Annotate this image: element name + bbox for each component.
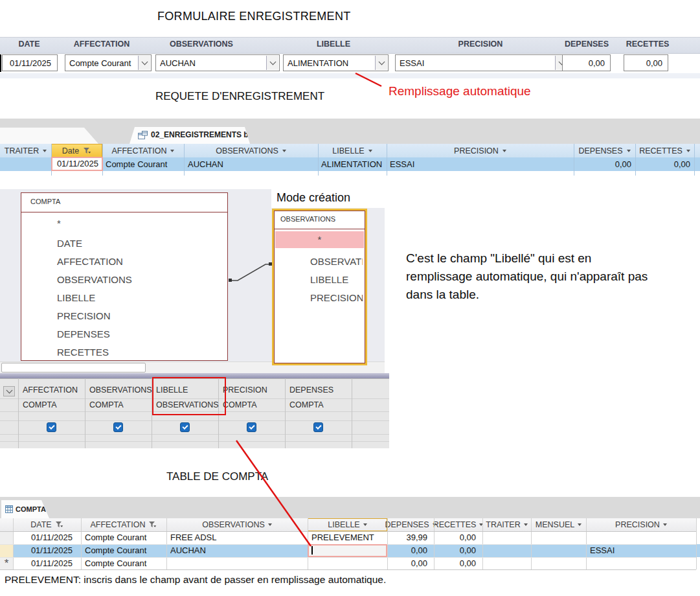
field-list-compta[interactable]: COMPTA * DATE AFFECTATION OBSERVATIONS L…: [21, 192, 228, 361]
query-col-observations[interactable]: OBSERVATIONS: [184, 144, 318, 157]
field-item-observations[interactable]: OBSERVATIONS: [57, 271, 225, 289]
dropdown-icon[interactable]: [170, 150, 174, 152]
libelle-combo[interactable]: ALIMENTATION: [283, 54, 389, 71]
dropdown-icon[interactable]: [663, 523, 667, 526]
table-cell-recettes[interactable]: 0,00: [434, 557, 476, 570]
query-cell-observations[interactable]: AUCHAN: [188, 158, 223, 171]
field-item-affectation[interactable]: AFFECTATION: [57, 253, 225, 271]
field-item-star-selected[interactable]: *: [275, 231, 364, 248]
table-col-date[interactable]: DATE: [13, 518, 81, 531]
dropdown-icon[interactable]: [282, 150, 286, 152]
record-selector[interactable]: [0, 531, 13, 544]
filter-icon[interactable]: [148, 521, 157, 529]
show-checkbox[interactable]: [180, 422, 190, 432]
field-item-observations[interactable]: OBSERVATIONS: [310, 253, 363, 271]
query-col-traiter[interactable]: TRAITER: [0, 144, 51, 157]
dropdown-icon[interactable]: [363, 523, 367, 526]
record-selector-current[interactable]: [0, 544, 13, 557]
grid-table-cell[interactable]: COMPTA: [89, 400, 124, 409]
table-col-depenses[interactable]: DEPENSES: [387, 518, 434, 531]
query-cell-recettes[interactable]: 0,00: [635, 158, 690, 171]
query-col-libelle[interactable]: LIBELLE: [318, 144, 387, 157]
dropdown-icon[interactable]: [686, 150, 690, 152]
query-cell-precision[interactable]: ESSAI: [390, 158, 414, 171]
show-checkbox[interactable]: [113, 422, 123, 432]
table-cell-affectation[interactable]: Compte Courant: [85, 544, 146, 557]
filter-icon[interactable]: [55, 521, 63, 529]
show-checkbox[interactable]: [313, 422, 323, 432]
query-cell-libelle[interactable]: ALIMENTATION: [321, 158, 382, 171]
dropdown-icon[interactable]: [43, 150, 47, 152]
query-col-date-filtered[interactable]: Date: [51, 144, 102, 157]
dropdown-icon[interactable]: [627, 150, 631, 152]
table-col-affectation[interactable]: AFFECTATION: [81, 518, 166, 531]
dropdown-icon[interactable]: [578, 523, 581, 526]
date-field[interactable]: 01/11/2025: [2, 54, 58, 71]
table-col-mensuel[interactable]: MENSUEL: [531, 518, 586, 531]
new-record-marker[interactable]: *: [0, 557, 13, 569]
observations-combo[interactable]: AUCHAN: [155, 54, 280, 71]
query-col-affectation[interactable]: AFFECTATION: [102, 144, 184, 157]
table-cell-observations[interactable]: FREE ADSL: [170, 531, 217, 544]
grid-table-cell[interactable]: COMPTA: [23, 400, 57, 409]
field-item-libelle[interactable]: LIBELLE: [310, 271, 363, 289]
table-col-observations[interactable]: OBSERVATIONS: [166, 518, 308, 531]
table-cell-precision[interactable]: ESSAI: [590, 544, 615, 557]
affectation-combo[interactable]: Compte Courant: [65, 54, 152, 71]
table-cell-date[interactable]: 01/11/2025: [13, 544, 73, 557]
grid-field-chooser[interactable]: [3, 386, 15, 396]
tab-query-enregistrements[interactable]: 02_ENREGISTREMENTS base: [130, 127, 250, 144]
table-cell-date[interactable]: 01/11/2025: [13, 557, 73, 570]
field-item-libelle[interactable]: LIBELLE: [57, 289, 225, 307]
field-item-recettes[interactable]: RECETTES: [57, 343, 225, 361]
query-cell-depenses[interactable]: 0,00: [574, 158, 631, 171]
table-col-precision[interactable]: PRECISION: [586, 518, 696, 531]
show-checkbox[interactable]: [247, 422, 256, 432]
dropdown-icon[interactable]: [368, 150, 372, 152]
field-item-precision[interactable]: PRECISION: [57, 307, 225, 325]
inactive-document-tab[interactable]: [0, 128, 98, 144]
query-col-depenses[interactable]: DEPENSES: [574, 144, 635, 157]
table-cell-depenses[interactable]: 0,00: [387, 544, 427, 557]
table-cell-recettes[interactable]: 0,00: [434, 531, 476, 544]
dropdown-icon[interactable]: [502, 150, 506, 152]
query-cell-affectation[interactable]: Compte Courant: [106, 158, 167, 171]
table-cell-date[interactable]: 01/11/2025: [13, 531, 73, 544]
table-col-libelle-highlighted[interactable]: LIBELLE: [308, 518, 387, 531]
precision-combo[interactable]: ESSAI: [395, 54, 569, 71]
recettes-field[interactable]: 0,00: [624, 54, 668, 71]
table-cell-depenses[interactable]: 0,00: [387, 557, 427, 570]
filter-icon[interactable]: [83, 147, 91, 155]
grid-table-cell[interactable]: COMPTA: [289, 400, 324, 409]
grid-field-cell[interactable]: PRECISION: [223, 385, 267, 395]
query-col-recettes[interactable]: RECETTES: [635, 144, 694, 157]
query-date-cell-current[interactable]: 01/11/2025: [51, 157, 103, 171]
grid-table-cell[interactable]: COMPTA: [223, 400, 257, 409]
field-list-observations[interactable]: OBSERVATIONS * OBSERVATIONS LIBELLE PREC…: [272, 209, 367, 365]
table-cell-observations[interactable]: AUCHAN: [170, 544, 206, 557]
chevron-down-icon[interactable]: [266, 56, 278, 70]
show-checkbox[interactable]: [47, 422, 56, 432]
dropdown-icon[interactable]: [268, 523, 272, 526]
scrollbar-thumb[interactable]: [1, 363, 146, 372]
chevron-down-icon[interactable]: [375, 56, 387, 70]
table-cell-affectation[interactable]: Compte Courant: [85, 531, 146, 544]
table-cell-affectation[interactable]: Compte Courant: [85, 557, 146, 570]
table-col-traiter[interactable]: TRAITER: [482, 518, 531, 531]
field-item-date[interactable]: DATE: [57, 235, 225, 253]
table-cell-libelle[interactable]: PRELEVEMENT: [311, 531, 374, 544]
chevron-down-icon[interactable]: [138, 56, 150, 70]
table-col-recettes[interactable]: RECETTES: [434, 518, 482, 531]
tab-table-compta[interactable]: COMPTA: [1, 500, 49, 518]
field-item-star[interactable]: *: [57, 214, 225, 233]
grid-field-cell[interactable]: DEPENSES: [289, 385, 333, 395]
field-item-depenses[interactable]: DEPENSES: [57, 325, 225, 343]
grid-field-cell[interactable]: OBSERVATIONS: [89, 385, 152, 395]
query-col-precision[interactable]: PRECISION: [387, 144, 574, 157]
depenses-field[interactable]: 0,00: [562, 54, 611, 71]
table-cell-depenses[interactable]: 39,99: [387, 531, 427, 544]
grid-field-cell[interactable]: AFFECTATION: [23, 385, 78, 395]
table-cell-libelle-editing[interactable]: [308, 544, 387, 557]
field-item-precision[interactable]: PRECISION: [310, 289, 363, 307]
table-cell-recettes[interactable]: 0,00: [434, 544, 476, 557]
